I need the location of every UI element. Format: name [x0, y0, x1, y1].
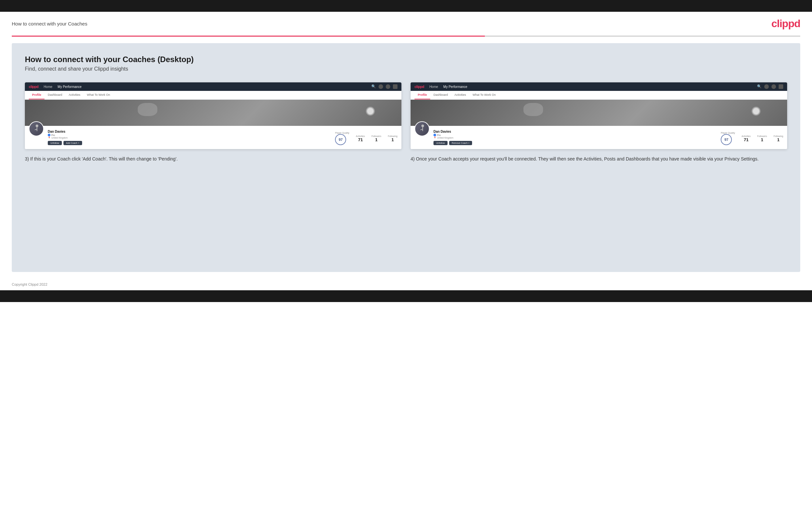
left-quality-circle: 97 [335, 134, 346, 145]
header-divider [12, 36, 800, 37]
right-following-value: 1 [773, 137, 783, 142]
tab-what-to-work-on-right[interactable]: What To Work On [469, 91, 499, 99]
footer: Copyright Clippd 2022 [0, 279, 812, 290]
left-nav-performance: My Performance [58, 85, 82, 89]
add-coach-button[interactable]: Add Coach + [63, 141, 82, 145]
tab-dashboard-left[interactable]: Dashboard [45, 91, 65, 99]
right-nav-performance: My Performance [443, 85, 467, 89]
bottom-bar [0, 290, 812, 302]
right-stat-following: Following 1 [773, 135, 783, 142]
user-icon-right [764, 84, 769, 89]
tab-profile-left[interactable]: Profile [29, 91, 45, 99]
right-location-text: United Kingdom [437, 136, 453, 139]
left-stat-activities: Activities 71 [356, 135, 365, 142]
unfollow-button-right[interactable]: Unfollow [434, 141, 448, 145]
right-activities-label: Activities [742, 135, 751, 137]
right-stats: Player Quality 97 Activities 71 Follower… [721, 128, 783, 145]
search-icon: 🔍 [371, 84, 376, 89]
left-player-badge: Pro [48, 134, 331, 136]
verified-icon-right [434, 134, 436, 136]
left-following-label: Following [388, 135, 398, 137]
left-tabs: Profile Dashboard Activities What To Wor… [25, 91, 401, 100]
left-stat-followers: Followers 1 [371, 135, 381, 142]
right-tabs: Profile Dashboard Activities What To Wor… [411, 91, 787, 100]
right-nav: clippd Home My Performance 🔍 [411, 82, 787, 91]
search-icon-right: 🔍 [757, 84, 762, 89]
left-avatar [29, 121, 44, 136]
tab-activities-right[interactable]: Activities [451, 91, 469, 99]
left-following-value: 1 [388, 137, 398, 142]
left-activities-value: 71 [356, 137, 365, 142]
left-player-name: Dan Davies [48, 130, 331, 133]
right-stat-quality: Player Quality 97 [721, 132, 735, 145]
right-followers-label: Followers [757, 135, 767, 137]
tab-activities-left[interactable]: Activities [65, 91, 84, 99]
left-followers-label: Followers [371, 135, 381, 137]
settings-icon-right [771, 84, 776, 89]
left-nav-logo: clippd [29, 84, 38, 89]
tab-profile-right[interactable]: Profile [414, 91, 430, 99]
left-followers-value: 1 [371, 137, 381, 142]
right-profile-section: Dan Davies Pro 📍 United Kingdom Unfollow… [411, 126, 787, 149]
left-nav-home: Home [44, 85, 52, 89]
left-nav: clippd Home My Performance 🔍 [25, 82, 401, 91]
right-stat-activities: Activities 71 [742, 135, 751, 142]
left-nav-icons: 🔍 [371, 84, 398, 89]
right-nav-icons: 🔍 [757, 84, 783, 89]
top-bar [0, 0, 812, 12]
globe-icon [393, 84, 398, 89]
right-nav-home: Home [429, 85, 438, 89]
right-screenshot-col: clippd Home My Performance 🔍 Profile Das… [411, 82, 787, 163]
left-pro-text: Pro [51, 134, 55, 136]
screenshots-row: clippd Home My Performance 🔍 Profile Das… [25, 82, 787, 163]
left-stat-following: Following 1 [388, 135, 398, 142]
left-profile-info: Dan Davies Pro 📍 United Kingdom Unfollow… [48, 128, 331, 145]
page-heading: How to connect with your Coaches (Deskto… [25, 55, 787, 64]
left-caption: 3) If this is your Coach click 'Add Coac… [25, 156, 401, 163]
right-hero-image [411, 100, 787, 126]
right-location: 📍 United Kingdom [434, 136, 717, 139]
left-screenshot-col: clippd Home My Performance 🔍 Profile Das… [25, 82, 401, 163]
right-following-label: Following [773, 135, 783, 137]
right-mock-browser: clippd Home My Performance 🔍 Profile Das… [411, 82, 787, 149]
user-icon [378, 84, 383, 89]
left-stat-quality: Player Quality 97 [335, 132, 349, 145]
left-hero-image [25, 100, 401, 126]
left-activities-label: Activities [356, 135, 365, 137]
settings-icon [386, 84, 390, 89]
header: How to connect with your Coaches clippd [0, 12, 812, 36]
left-actions: Unfollow Add Coach + [48, 141, 331, 145]
left-location: 📍 United Kingdom [48, 136, 331, 139]
verified-icon-left [48, 134, 50, 136]
right-activities-value: 71 [742, 137, 751, 142]
right-player-name: Dan Davies [434, 130, 717, 133]
left-mock-browser: clippd Home My Performance 🔍 Profile Das… [25, 82, 401, 149]
right-player-badge: Pro [434, 134, 717, 136]
right-quality-label: Player Quality [721, 132, 735, 134]
left-hero-banner [25, 100, 401, 126]
right-nav-logo: clippd [414, 84, 424, 89]
remove-coach-button[interactable]: Remove Coach × [449, 141, 472, 145]
left-quality-label: Player Quality [335, 132, 349, 134]
right-profile-info: Dan Davies Pro 📍 United Kingdom Unfollow… [434, 128, 717, 145]
right-caption: 4) Once your Coach accepts your request … [411, 156, 787, 163]
unfollow-button-left[interactable]: Unfollow [48, 141, 62, 145]
tab-dashboard-right[interactable]: Dashboard [430, 91, 451, 99]
right-followers-value: 1 [757, 137, 767, 142]
right-stat-followers: Followers 1 [757, 135, 767, 142]
left-stats: Player Quality 97 Activities 71 Follower… [335, 128, 398, 145]
main-content: How to connect with your Coaches (Deskto… [12, 43, 800, 272]
left-location-text: United Kingdom [51, 136, 68, 139]
globe-icon-right [779, 84, 783, 89]
header-title: How to connect with your Coaches [12, 21, 87, 26]
right-hero-banner [411, 100, 787, 126]
tab-what-to-work-on-left[interactable]: What To Work On [84, 91, 113, 99]
copyright-text: Copyright Clippd 2022 [12, 282, 47, 286]
logo: clippd [771, 18, 800, 30]
right-avatar [414, 121, 429, 136]
right-actions: Unfollow Remove Coach × [434, 141, 717, 145]
left-avatar-wrap [29, 121, 44, 136]
page-subheading: Find, connect and share your Clippd insi… [25, 66, 787, 72]
right-avatar-wrap [414, 121, 429, 136]
left-profile-section: Dan Davies Pro 📍 United Kingdom Unfollow… [25, 126, 401, 149]
